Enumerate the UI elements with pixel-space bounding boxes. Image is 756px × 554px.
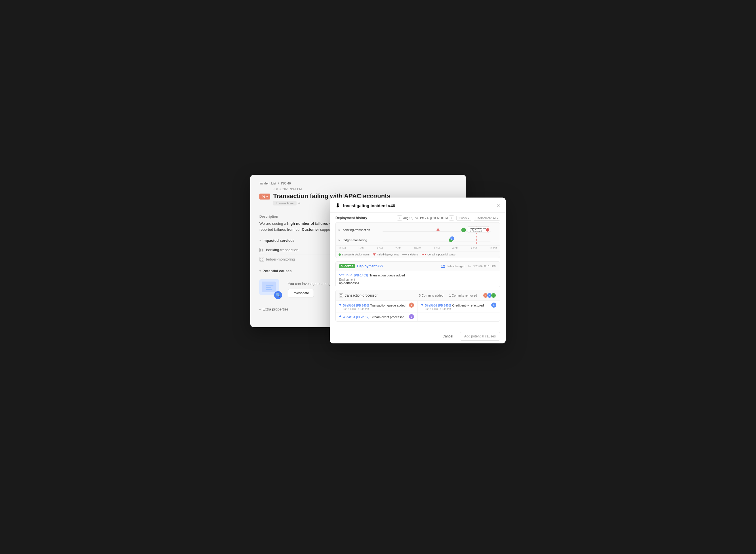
chevron-down-icon-2: ▾ [497, 217, 498, 220]
breadcrumb-part2[interactable]: INC-46 [281, 182, 291, 185]
environment-label: Environment [339, 278, 496, 281]
commit-hash[interactable]: 5fe9b3d [339, 273, 352, 277]
deploy-controls: ‹ Aug 13, 6:30 PM - Aug 20, 6:30 PM › 1 … [397, 215, 500, 221]
illus-line-3 [266, 289, 273, 290]
grid-icon [260, 248, 263, 252]
modal-footer: Cancel Add potential causes [330, 329, 506, 343]
chart-viz-banking: Deployments #29 12 File changed [376, 226, 497, 234]
commit-ticket-1[interactable]: [PB-1453] [356, 304, 369, 307]
legend-failed: Failed deployments [373, 253, 399, 256]
svg-rect-3 [262, 250, 263, 252]
commit-date-1: Jun 3 2020 - 01:43 PM [343, 308, 407, 311]
time-window-btn[interactable]: 1 week ▾ [456, 216, 471, 221]
svg-rect-24 [340, 296, 341, 296]
modal-close-button[interactable]: ✕ [496, 203, 500, 208]
commit-desc-3: Stream event processor [370, 315, 404, 319]
priority-badge[interactable]: P1 ▾ [259, 193, 270, 200]
commit-cell-empty [418, 313, 500, 321]
deploy-history-label: Deployment history [336, 216, 367, 220]
illus-circle: 🔍 [274, 291, 282, 299]
legend-successful: Successful deployments [339, 253, 369, 256]
chart-rows: ▶ banking-transaction [336, 223, 500, 245]
commit-ref-1[interactable]: 5fe9b3d [343, 304, 355, 307]
legend-label-success: Successful deployments [342, 253, 369, 256]
chevron-down-icon: ▾ [468, 217, 469, 220]
tag-transactions[interactable]: Transactions [273, 201, 297, 206]
breadcrumb-sep: / [278, 182, 279, 185]
commit-info-1: 5fe9b3d [PB-1453] Transaction queue adde… [343, 302, 407, 311]
grid-icon-2 [260, 258, 263, 261]
commit-rows: ◆ 5fe9b3d [PB-1453] Transaction queue ad… [336, 301, 500, 321]
deployment-date: Jun 3 2020 - 08:10 PM [468, 265, 496, 268]
nav-prev[interactable]: ‹ [397, 215, 402, 221]
svg-rect-23 [341, 294, 342, 295]
commit-message: Transaction queue added [369, 274, 405, 277]
commit-ticket[interactable]: [PB-1453] [354, 274, 368, 277]
cancel-button[interactable]: Cancel [439, 332, 457, 341]
commit-date-2: Jun 3 2020 - 01:43 PM [425, 308, 489, 311]
legend-label-potential: Contains potential cause [427, 253, 456, 256]
chart-row-banking: ▶ banking-transaction [336, 225, 500, 235]
add-potential-causes-button[interactable]: Add potential causes [460, 332, 500, 341]
svg-rect-25 [341, 296, 342, 296]
avatars-group: A B C [483, 293, 496, 298]
deployment-card-right: 12 File changed Jun 3 2020 - 08:10 PM [441, 264, 496, 269]
chart-svg-ledger: 2 [376, 236, 497, 244]
commit-cell-1: ◆ 5fe9b3d [PB-1453] Transaction queue ad… [336, 301, 418, 313]
legend-label-failed: Failed deployments [377, 253, 399, 256]
success-badge: success [339, 264, 355, 268]
expand-ledger[interactable]: ▶ [339, 239, 341, 241]
deployment-card-left: success Deployment #29 [339, 264, 384, 268]
svg-marker-9 [437, 228, 440, 231]
chart-timeline: 10 AM 1 AM 4 AM 7 AM 10 AM 1 PM 4 PM 7 P… [336, 245, 500, 251]
legend-dot-success [339, 254, 341, 256]
service-commits-section: transaction-processor 3 Commits added 1 … [336, 290, 500, 322]
svg-text:Deployments #29: Deployments #29 [470, 228, 486, 230]
avatar-3: C [491, 293, 496, 298]
commit-desc-2: Credit entity refactored [452, 304, 484, 307]
add-tag-button[interactable]: + [298, 201, 300, 206]
commit-line: 5fe9b3d [PB-1453] Transaction queue adde… [339, 273, 496, 277]
commit-info-2: 5fe9b3d [PB-1453] Credit entity refactor… [425, 302, 489, 311]
chart-viz-ledger: 2 [376, 236, 497, 244]
commit-dot-1: ◆ [339, 303, 341, 306]
commit-dot-2: ◆ [421, 303, 423, 306]
environment-btn[interactable]: Environment: All ▾ [474, 216, 500, 221]
download-icon: ⬇ [336, 202, 340, 209]
svg-rect-22 [340, 294, 341, 295]
service-name-ledger[interactable]: ledger-monitoring [266, 257, 295, 261]
svg-text:12 File changed: 12 File changed [470, 230, 482, 232]
commits-stats: 3 Commits added 1 Commits removed A B C [419, 293, 496, 298]
legend-triangle-failed [373, 254, 376, 256]
service-icon-ledger [259, 257, 264, 262]
investigate-button[interactable]: Investigate [288, 289, 314, 297]
breadcrumb-part1[interactable]: Incident List [259, 182, 276, 185]
commit-ticket-3[interactable]: [DH-2312] [356, 316, 369, 319]
potential-causes-title[interactable]: Potential causes [259, 269, 292, 273]
legend-dash-potential [422, 254, 426, 255]
deploy-history-header: Deployment history ‹ Aug 13, 6:30 PM - A… [336, 213, 500, 222]
legend-line-incidents [402, 254, 407, 255]
nav-next[interactable]: › [449, 215, 454, 221]
service-name-banking[interactable]: banking-transaction [266, 248, 298, 252]
commit-cell-3: ◆ 49d4f3d [DH-2312] Stream event process… [336, 313, 418, 321]
modal-header: ⬇ Investigating incident #46 ✕ [330, 198, 506, 213]
svg-rect-2 [260, 250, 261, 252]
deploy-nav: ‹ Aug 13, 6:30 PM - Aug 20, 6:30 PM › [397, 215, 454, 221]
modal-title: Investigating incident #46 [343, 203, 395, 208]
commit-ref-2[interactable]: 5fe9b3d [425, 304, 437, 307]
service-tx-name[interactable]: transaction-processor [345, 293, 377, 297]
investigate-modal: ⬇ Investigating incident #46 ✕ Deploymen… [330, 198, 506, 343]
legend-label-incidents: Incidents [408, 253, 418, 256]
expand-banking[interactable]: ▶ [339, 228, 341, 231]
commit-desc-1: Transaction queue added [370, 304, 406, 307]
environment-value: ap-northeast-1 [339, 281, 496, 285]
deployment-number[interactable]: Deployment #29 [357, 264, 384, 268]
commit-ref-3[interactable]: 49d4f3d [343, 316, 355, 319]
chart-label-banking: banking-transaction [343, 228, 374, 232]
illus-lines [266, 285, 274, 291]
deployment-card-header: success Deployment #29 12 File changed J… [336, 262, 500, 271]
commit-ticket-2[interactable]: [PB-1453] [439, 304, 451, 307]
impacted-services-title[interactable]: Impacted services [259, 238, 295, 243]
deployment-card-body: 5fe9b3d [PB-1453] Transaction queue adde… [336, 271, 500, 287]
